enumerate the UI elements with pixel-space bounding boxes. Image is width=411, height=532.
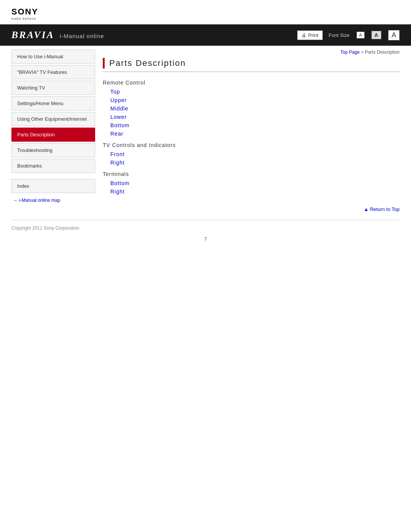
header-bar: BRAVIA i-Manual online 🖨 Print Font Size…	[0, 24, 411, 46]
font-size-small-button[interactable]: A	[357, 32, 365, 38]
sidebar-item-watching-tv[interactable]: Watching TV	[11, 81, 95, 95]
link-tv-front[interactable]: Front	[110, 151, 400, 157]
sony-logo: SONY	[11, 7, 400, 17]
return-to-top-link[interactable]: ▲ Return to Top	[364, 206, 400, 212]
breadcrumb-top-page[interactable]: Top Page	[340, 50, 360, 55]
footer-copyright: Copyright 2011 Sony Corporation	[0, 220, 411, 236]
sidebar-item-how-to-use[interactable]: How to Use i-Manual	[11, 50, 95, 64]
link-remote-middle[interactable]: Middle	[110, 105, 400, 112]
print-label: Print	[308, 32, 319, 38]
sidebar-item-troubleshooting[interactable]: Troubleshooting	[11, 143, 95, 157]
main-layout: How to Use i-Manual "BRAVIA" TV Features…	[0, 50, 411, 220]
tv-controls-links: Front Right	[110, 151, 400, 166]
return-to-top-area: ▲ Return to Top	[103, 206, 400, 212]
print-button[interactable]: 🖨 Print	[297, 30, 323, 40]
remote-control-links: Top Upper Middle Lower Bottom Rear	[110, 89, 400, 137]
section-label-remote-control: Remote Control	[103, 80, 400, 86]
header-controls: 🖨 Print Font Size A A A	[297, 30, 400, 40]
link-remote-rear[interactable]: Rear	[110, 131, 400, 137]
section-label-tv-controls: TV Controls and Indicators	[103, 142, 400, 148]
link-tv-right[interactable]: Right	[110, 160, 400, 166]
link-remote-upper[interactable]: Upper	[110, 97, 400, 103]
link-remote-lower[interactable]: Lower	[110, 114, 400, 120]
return-to-top-label: Return to Top	[370, 206, 400, 212]
font-size-large-button[interactable]: A	[388, 30, 400, 40]
sony-tagline: make.believe	[11, 17, 400, 21]
link-remote-bottom[interactable]: Bottom	[110, 122, 400, 128]
font-size-medium-button[interactable]: A	[371, 31, 381, 39]
arrow-icon: →	[13, 198, 18, 203]
breadcrumb: Top Page > Parts Description	[103, 50, 400, 55]
sidebar: How to Use i-Manual "BRAVIA" TV Features…	[11, 50, 95, 220]
return-to-top-icon: ▲	[364, 206, 369, 212]
imanual-map-link[interactable]: → i-Manual online map	[11, 198, 95, 203]
bravia-logo-area: BRAVIA i-Manual online	[11, 29, 104, 41]
content-area: Top Page > Parts Description Parts Descr…	[103, 50, 400, 220]
link-terminals-bottom[interactable]: Bottom	[110, 180, 400, 186]
sidebar-item-bravia-tv-features[interactable]: "BRAVIA" TV Features	[11, 65, 95, 79]
sidebar-item-parts-description[interactable]: Parts Description	[11, 128, 95, 142]
font-size-label: Font Size	[329, 32, 350, 38]
breadcrumb-separator: >	[361, 50, 365, 55]
link-remote-top[interactable]: Top	[110, 89, 400, 95]
terminals-links: Bottom Right	[110, 180, 400, 195]
sidebar-item-using-other[interactable]: Using Other Equipment/Internet	[11, 112, 95, 126]
section-label-terminals: Terminals	[103, 171, 400, 177]
page-number: 7	[0, 236, 411, 249]
sony-logo-area: SONY make.believe	[0, 0, 411, 24]
sidebar-item-settings-home-menu[interactable]: Settings/Home Menu	[11, 96, 95, 110]
breadcrumb-current: Parts Description	[365, 50, 400, 55]
page-title: Parts Description	[109, 58, 186, 68]
title-accent-bar	[103, 58, 105, 69]
print-icon: 🖨	[301, 32, 306, 38]
bravia-logo: BRAVIA	[11, 29, 54, 41]
sidebar-item-index[interactable]: Index	[11, 179, 95, 193]
sidebar-item-bookmarks[interactable]: Bookmarks	[11, 159, 95, 173]
imanual-title: i-Manual online	[60, 33, 104, 39]
imanual-map-label: i-Manual online map	[19, 198, 60, 203]
page-title-bar: Parts Description	[103, 58, 400, 72]
link-terminals-right[interactable]: Right	[110, 189, 400, 195]
